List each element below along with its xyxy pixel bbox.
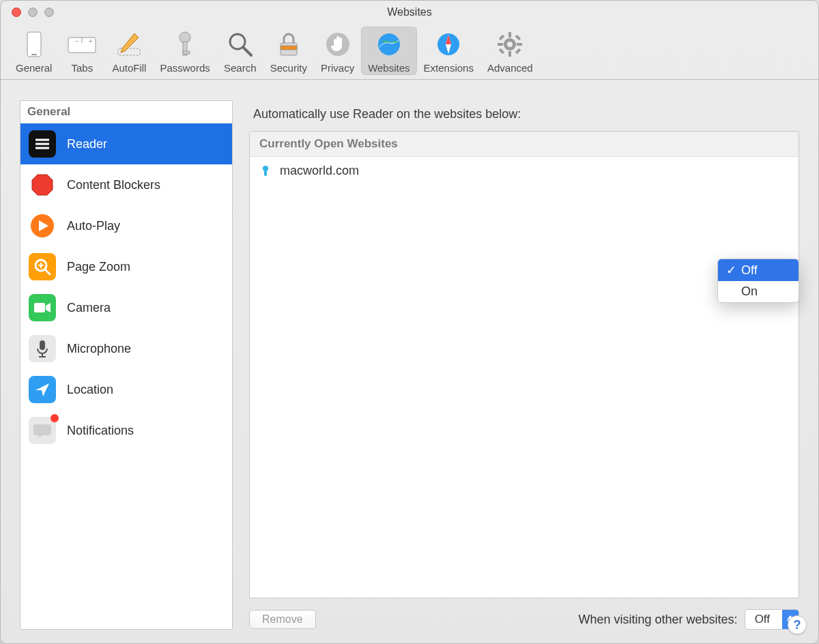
- select-value: Off: [745, 613, 782, 626]
- notifications-icon: [29, 417, 56, 444]
- preferences-window: Websites General −+ Tabs AutoFill Pa: [0, 0, 819, 644]
- site-favicon: [259, 165, 272, 177]
- sidebar-item-auto-play[interactable]: Auto-Play: [20, 205, 232, 246]
- microphone-icon: [29, 335, 56, 362]
- list-section-header: Currently Open Websites: [250, 132, 799, 157]
- toolbar-item-search[interactable]: Search: [217, 27, 263, 75]
- svg-text:−: −: [75, 38, 79, 45]
- search-icon: [225, 29, 255, 59]
- svg-rect-24: [517, 43, 522, 46]
- help-button[interactable]: ?: [788, 615, 807, 634]
- compass-icon: [433, 29, 463, 59]
- sidebar-item-content-blockers[interactable]: Content Blockers: [20, 164, 232, 205]
- key-icon: [170, 29, 200, 59]
- dropdown-option-off[interactable]: ✓ Off: [718, 259, 799, 281]
- reader-icon: [29, 130, 56, 158]
- svg-rect-28: [499, 48, 504, 54]
- svg-rect-25: [499, 35, 504, 40]
- svg-rect-22: [508, 51, 511, 57]
- camera-icon: [29, 294, 56, 321]
- toolbar-item-general[interactable]: General: [9, 27, 59, 75]
- toolbar-item-label: Passwords: [160, 62, 210, 74]
- toolbar-item-label: Search: [224, 62, 257, 74]
- sidebar-item-label: Auto-Play: [67, 219, 120, 233]
- play-icon: [29, 212, 56, 239]
- check-icon: ✓: [725, 263, 737, 278]
- location-icon: [29, 376, 56, 403]
- toolbar-item-security[interactable]: Security: [263, 27, 314, 75]
- svg-line-11: [244, 48, 251, 55]
- toolbar-item-label: Security: [270, 62, 307, 74]
- svg-point-16: [378, 33, 400, 55]
- svg-rect-1: [31, 54, 37, 55]
- help-glyph: ?: [794, 618, 801, 632]
- sidebar-item-location[interactable]: Location: [20, 369, 232, 410]
- general-icon: [19, 29, 49, 59]
- traffic-lights: [1, 8, 54, 17]
- toolbar-item-tabs[interactable]: −+ Tabs: [59, 27, 105, 75]
- close-window-button[interactable]: [12, 8, 21, 17]
- toolbar-item-label: Privacy: [321, 62, 354, 74]
- svg-rect-9: [183, 51, 190, 54]
- minimize-window-button[interactable]: [28, 8, 38, 17]
- detail-pane: Automatically use Reader on the websites…: [249, 100, 799, 630]
- detail-heading: Automatically use Reader on the websites…: [253, 107, 799, 121]
- svg-rect-13: [281, 46, 297, 50]
- svg-marker-33: [32, 175, 53, 195]
- svg-marker-47: [38, 435, 43, 438]
- sidebar-item-label: Location: [67, 383, 113, 397]
- toolbar-item-label: AutoFill: [112, 62, 146, 74]
- remove-button[interactable]: Remove: [249, 610, 316, 629]
- sidebar-item-reader[interactable]: Reader: [20, 123, 232, 164]
- sidebar-item-label: Notifications: [67, 424, 134, 438]
- dropdown-option-label: On: [741, 284, 758, 299]
- content-area: General Reader Content Blockers Auto-Pla…: [1, 80, 818, 643]
- gear-icon: [495, 29, 525, 59]
- toolbar-item-websites[interactable]: Websites: [361, 27, 416, 75]
- sidebar-item-microphone[interactable]: Microphone: [20, 328, 232, 369]
- toolbar-item-passwords[interactable]: Passwords: [153, 27, 216, 75]
- website-list: Currently Open Websites macworld.com: [249, 131, 799, 598]
- preferences-toolbar: General −+ Tabs AutoFill Passwords Searc…: [1, 24, 818, 80]
- svg-rect-0: [27, 32, 41, 57]
- sidebar-item-camera[interactable]: Camera: [20, 287, 232, 328]
- sidebar-item-label: Page Zoom: [67, 260, 130, 274]
- sidebar-item-label: Content Blockers: [67, 178, 160, 192]
- svg-line-37: [45, 269, 50, 274]
- website-row[interactable]: macworld.com: [250, 157, 799, 185]
- svg-text:+: +: [89, 38, 93, 45]
- svg-rect-42: [40, 340, 45, 350]
- sidebar-item-notifications[interactable]: Notifications: [20, 410, 232, 451]
- dropdown-option-label: Off: [741, 263, 758, 278]
- sidebar-item-page-zoom[interactable]: Page Zoom: [20, 246, 232, 287]
- toolbar-item-label: General: [16, 62, 52, 74]
- default-setting-label: When visiting other websites:: [579, 613, 738, 627]
- sidebar-item-label: Microphone: [67, 342, 131, 356]
- zoom-icon: [29, 253, 56, 280]
- toolbar-item-label: Tabs: [72, 62, 94, 74]
- svg-rect-40: [34, 303, 45, 312]
- window-title: Websites: [1, 6, 818, 18]
- svg-marker-45: [35, 383, 49, 396]
- zoom-window-button[interactable]: [44, 8, 54, 17]
- hand-icon: [323, 29, 353, 59]
- svg-rect-46: [33, 424, 51, 435]
- globe-icon: [374, 29, 404, 59]
- category-sidebar: General Reader Content Blockers Auto-Pla…: [20, 100, 233, 630]
- toolbar-item-privacy[interactable]: Privacy: [314, 27, 361, 75]
- svg-point-29: [507, 42, 513, 47]
- svg-rect-27: [515, 35, 521, 40]
- svg-rect-49: [264, 171, 267, 176]
- svg-point-48: [263, 166, 268, 171]
- toolbar-item-label: Websites: [368, 62, 410, 74]
- sidebar-section-header: General: [20, 101, 232, 123]
- toolbar-item-autofill[interactable]: AutoFill: [105, 27, 153, 75]
- toolbar-item-advanced[interactable]: Advanced: [480, 27, 540, 75]
- sidebar-item-label: Camera: [67, 301, 111, 315]
- row-setting-dropdown[interactable]: ✓ Off On: [717, 259, 799, 303]
- toolbar-item-extensions[interactable]: Extensions: [417, 27, 480, 75]
- dropdown-option-on[interactable]: On: [718, 281, 799, 302]
- stop-icon: [29, 171, 56, 199]
- sidebar-item-label: Reader: [67, 137, 107, 151]
- lock-icon: [274, 29, 304, 59]
